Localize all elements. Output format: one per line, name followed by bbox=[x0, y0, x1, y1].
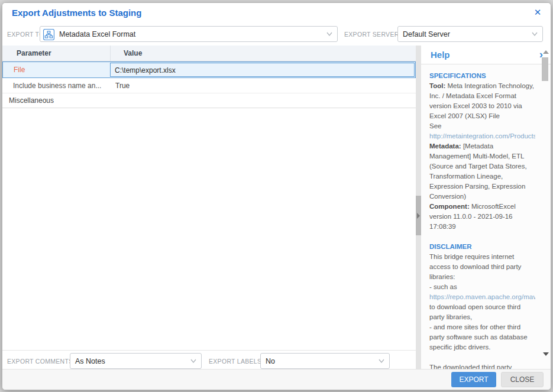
export-to-value: Metadata Excel Format bbox=[59, 30, 135, 38]
export-comments-value: As Notes bbox=[75, 357, 105, 365]
dialog-footer: EXPORT CLOSE bbox=[2, 369, 551, 390]
specifications-metadata: Metadata: [Metadata Management] Multi-Mo… bbox=[429, 141, 535, 202]
export-button[interactable]: EXPORT bbox=[451, 372, 496, 387]
help-pane: Help › SPECIFICATIONS Tool: Meta Integra… bbox=[421, 46, 551, 370]
dialog-title: Export Adjustments to Staging bbox=[12, 8, 141, 18]
triangle-down-icon[interactable] bbox=[543, 352, 549, 356]
triangle-up-icon[interactable] bbox=[543, 50, 549, 54]
close-icon[interactable]: ✕ bbox=[532, 7, 544, 18]
chevron-down-icon bbox=[532, 32, 538, 37]
specifications-link[interactable]: http://metaintegration.com/Products, bbox=[429, 131, 535, 141]
chevron-down-icon bbox=[326, 32, 332, 37]
triangle-right-icon bbox=[417, 213, 420, 219]
spacer bbox=[429, 232, 535, 242]
group-label-miscellaneous: Miscellaneous bbox=[2, 93, 54, 108]
specifications-see: See bbox=[429, 121, 535, 131]
splitter-collapse-handle[interactable] bbox=[416, 196, 421, 235]
disclaimer-heading: DISCLAIMER bbox=[429, 242, 535, 252]
export-server-dropdown[interactable]: Default Server bbox=[397, 26, 543, 42]
help-title: Help bbox=[431, 50, 450, 60]
parameters-pane: Parameter Value File C:\temp\export.xlsx… bbox=[2, 46, 416, 370]
export-comments-dropdown[interactable]: As Notes bbox=[70, 353, 202, 369]
disclaimer-line: This bridge requires internet access to … bbox=[429, 252, 535, 282]
close-button[interactable]: CLOSE bbox=[501, 372, 544, 387]
dialog-header: Export Adjustments to Staging ✕ bbox=[2, 3, 551, 24]
param-value-file-input[interactable]: C:\temp\export.xlsx bbox=[110, 63, 415, 77]
export-dialog: Export Adjustments to Staging ✕ EXPORT T… bbox=[2, 2, 551, 390]
disclaimer-line: - such as bbox=[429, 282, 535, 292]
table-row-miscellaneous-group[interactable]: Miscellaneous bbox=[2, 93, 416, 108]
disclaimer-line: - and more sites for other third party s… bbox=[429, 322, 535, 352]
pane-splitter bbox=[416, 46, 421, 370]
export-comments-label: EXPORT COMMENTS bbox=[7, 358, 73, 365]
help-header: Help › bbox=[421, 46, 551, 64]
scrollbar-thumb[interactable] bbox=[542, 57, 548, 81]
disclaimer-link[interactable]: https://repo.maven.apache.org/maven bbox=[429, 292, 535, 302]
table-header-row: Parameter Value bbox=[2, 46, 416, 61]
export-to-label: EXPORT TO bbox=[7, 31, 44, 38]
param-value-include-business: True bbox=[111, 78, 416, 93]
export-labels-label: EXPORT LABELS bbox=[209, 358, 261, 365]
bottom-controls-row: EXPORT COMMENTS As Notes EXPORT LABELS N… bbox=[2, 350, 416, 370]
table-row-include-business-name[interactable]: Include business name an... True bbox=[2, 78, 416, 93]
export-labels-value: No bbox=[266, 357, 275, 365]
specifications-heading: SPECIFICATIONS bbox=[429, 71, 535, 81]
table-row-file[interactable]: File C:\temp\export.xlsx bbox=[2, 61, 416, 78]
export-server-label: EXPORT SERVER bbox=[344, 31, 399, 38]
export-server-value: Default Server bbox=[403, 30, 450, 38]
top-controls-row: EXPORT TO Metadata Excel Format EXPORT S… bbox=[2, 24, 551, 44]
specifications-tool: Tool: Meta Integration Technology, Inc. … bbox=[429, 81, 535, 121]
param-name-file: File bbox=[3, 62, 110, 77]
export-labels-dropdown[interactable]: No bbox=[260, 353, 390, 369]
chevron-down-icon bbox=[379, 359, 384, 364]
column-header-value: Value bbox=[111, 46, 416, 61]
help-content: SPECIFICATIONS Tool: Meta Integration Te… bbox=[421, 64, 551, 370]
specifications-component: Component: MicrosoftExcel version 11.0.0… bbox=[429, 202, 535, 232]
export-to-dropdown[interactable]: Metadata Excel Format bbox=[40, 26, 338, 42]
parameters-table: Parameter Value File C:\temp\export.xlsx… bbox=[2, 46, 416, 350]
disclaimer-line: to download open source third party libr… bbox=[429, 302, 535, 322]
param-name-include-business: Include business name an... bbox=[2, 78, 111, 93]
help-scrollbar[interactable] bbox=[541, 48, 549, 356]
column-header-parameter: Parameter bbox=[2, 46, 111, 61]
sitemap-icon bbox=[43, 29, 54, 40]
chevron-down-icon bbox=[190, 359, 196, 364]
spacer bbox=[429, 352, 535, 362]
